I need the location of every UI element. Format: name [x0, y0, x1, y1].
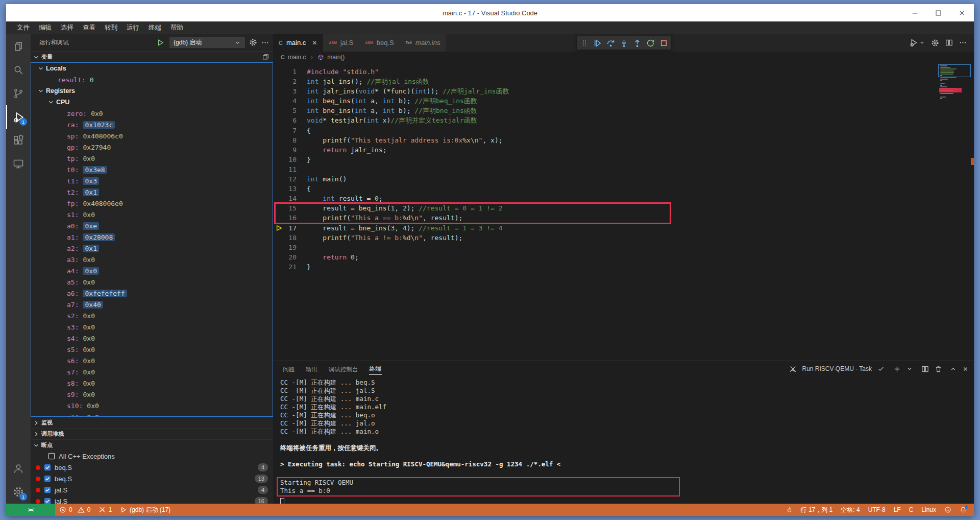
- register-row-sp[interactable]: sp:0x408006c0: [31, 130, 273, 141]
- close-panel-icon[interactable]: [962, 366, 969, 372]
- menu-item-2[interactable]: 选择: [56, 22, 78, 33]
- code-editor[interactable]: 1#include "stdio.h"2int jal_ins(); //声明j…: [273, 63, 974, 361]
- terminal[interactable]: CC -[M] 正在构建 ... beq.SCC -[M] 正在构建 ... j…: [273, 376, 974, 504]
- checkbox-checked-icon[interactable]: [44, 475, 51, 482]
- activity-explorer-icon[interactable]: [6, 35, 31, 58]
- debug-session-status[interactable]: (gdb) 启动 (17): [116, 506, 175, 514]
- panel-tab-输出[interactable]: 输出: [305, 363, 318, 375]
- register-row-s7[interactable]: s7:0x0: [31, 366, 273, 377]
- register-row-a0[interactable]: a0:0xe: [31, 220, 273, 231]
- code-line-8[interactable]: 8 printf("This testjalr address is:0x%x\…: [273, 135, 940, 145]
- code-line-21[interactable]: 21}: [273, 262, 940, 272]
- breadcrumb[interactable]: C main.c main(): [273, 52, 974, 63]
- register-row-s3[interactable]: s3:0x0: [31, 321, 273, 333]
- register-row-tp[interactable]: tp:0x0: [31, 153, 273, 164]
- run-or-debug-icon[interactable]: [910, 38, 925, 47]
- tab-jal.S[interactable]: ASMjal.S: [323, 34, 359, 52]
- register-row-s4[interactable]: s4:0x0: [31, 333, 273, 344]
- section-breakpoints[interactable]: 断点: [31, 439, 273, 451]
- maximize-panel-icon[interactable]: [950, 366, 957, 372]
- activity-search-icon[interactable]: [6, 58, 31, 82]
- restart-icon[interactable]: [645, 37, 656, 49]
- register-row-a1[interactable]: a1:0x28008: [31, 231, 273, 243]
- task-label[interactable]: Run RISCV-QEMU - Task: [802, 365, 872, 372]
- menu-item-6[interactable]: 终端: [144, 22, 166, 33]
- maximize-button[interactable]: [934, 9, 942, 17]
- step-out-icon[interactable]: [631, 37, 643, 49]
- flame-icon[interactable]: [786, 507, 793, 513]
- breakpoint-row-3[interactable]: jal.S16: [31, 495, 273, 504]
- register-row-a6[interactable]: a6:0xfefefeff: [31, 288, 273, 299]
- register-row-s5[interactable]: s5:0x0: [31, 344, 273, 355]
- step-over-icon[interactable]: [605, 37, 617, 49]
- minimap[interactable]: [940, 65, 970, 100]
- split-editor-icon[interactable]: [945, 39, 953, 46]
- panel-tab-终端[interactable]: 终端: [369, 363, 382, 375]
- activity-account-icon[interactable]: [6, 457, 31, 480]
- activity-settings-icon[interactable]: 1: [6, 480, 31, 504]
- language-indicator[interactable]: C: [909, 506, 914, 513]
- kill-terminal-icon[interactable]: [935, 365, 942, 373]
- menu-item-7[interactable]: 帮助: [166, 22, 188, 33]
- notifications-bell-icon[interactable]: [960, 506, 967, 513]
- code-line-17[interactable]: 17 result = bne_ins(3, 4); //result = 1 …: [273, 223, 940, 233]
- menu-item-4[interactable]: 转到: [100, 22, 122, 33]
- menu-item-3[interactable]: 查看: [78, 22, 100, 33]
- register-row-a4[interactable]: a4:0x0: [31, 265, 273, 276]
- code-line-6[interactable]: 6void* testjalr(int x)//声明并定义testjalr函数: [273, 115, 940, 125]
- tab-beq.S[interactable]: ASMbeq.S: [359, 34, 400, 52]
- new-terminal-icon[interactable]: [893, 365, 901, 373]
- code-line-2[interactable]: 2int jal_ins(); //声明jal_ins函数: [273, 77, 940, 86]
- breakpoint-exceptions-row[interactable]: All C++ Exceptions: [31, 451, 273, 462]
- code-line-4[interactable]: 4int beq_ins(int a, int b); //声明beq_ins函…: [273, 96, 940, 106]
- register-row-s11[interactable]: s11:0x0: [31, 411, 273, 417]
- breadcrumb-file[interactable]: main.c: [288, 54, 306, 61]
- more-actions-icon[interactable]: [261, 39, 269, 46]
- os-indicator[interactable]: Linux: [921, 506, 936, 513]
- register-row-fp[interactable]: fp:0x408006e0: [31, 198, 273, 209]
- activity-extensions-icon[interactable]: [6, 129, 31, 152]
- checkbox-checked-icon[interactable]: [44, 464, 51, 471]
- tree-locals[interactable]: Locals: [31, 63, 273, 74]
- register-row-a5[interactable]: a5:0x0: [31, 276, 273, 288]
- encoding-indicator[interactable]: UTF-8: [868, 506, 886, 513]
- breakpoint-row-0[interactable]: beq.S4: [31, 462, 273, 473]
- tab-main.ins[interactable]: TeXmain.ins: [400, 34, 447, 52]
- register-row-ra[interactable]: ra:0x1023c: [31, 119, 273, 130]
- stop-icon[interactable]: [658, 37, 670, 49]
- code-line-18[interactable]: 18 printf("This a != b:%d\n", result);: [273, 233, 940, 243]
- menu-item-5[interactable]: 运行: [122, 22, 144, 33]
- tab-main.c[interactable]: Cmain.c✕: [273, 34, 323, 52]
- register-row-s10[interactable]: s10:0x0: [31, 400, 273, 411]
- code-line-7[interactable]: 7{: [273, 126, 940, 135]
- register-row-gp[interactable]: gp:0x27940: [31, 141, 273, 153]
- tree-registers[interactable]: Registers: [31, 85, 273, 97]
- code-line-12[interactable]: 12int main(): [273, 174, 940, 184]
- register-row-t1[interactable]: t1:0x3: [31, 175, 273, 186]
- close-button[interactable]: [958, 9, 966, 17]
- register-row-s1[interactable]: s1:0x0: [31, 209, 273, 220]
- code-line-3[interactable]: 3int jalr_ins(void* (*func)(int)); //声明j…: [273, 86, 940, 96]
- code-line-1[interactable]: 1#include "stdio.h": [273, 67, 940, 77]
- register-row-s2[interactable]: s2:0x0: [31, 310, 273, 321]
- debug-config-dropdown[interactable]: (gdb) 启动: [169, 37, 245, 48]
- checkbox-checked-icon[interactable]: [44, 486, 51, 493]
- split-terminal-icon[interactable]: [921, 365, 929, 373]
- breadcrumb-symbol[interactable]: main(): [327, 54, 345, 61]
- code-line-5[interactable]: 5int bne_ins(int a, int b); //声明bne_ins函…: [273, 106, 940, 115]
- panel-layout-icon[interactable]: [262, 54, 269, 60]
- code-line-19[interactable]: 19: [273, 243, 940, 252]
- register-row-s6[interactable]: s6:0x0: [31, 355, 273, 366]
- gear-icon[interactable]: [249, 38, 257, 46]
- menu-item-1[interactable]: 编辑: [34, 22, 56, 33]
- eol-indicator[interactable]: LF: [894, 506, 901, 513]
- section-watch[interactable]: 监视: [31, 417, 273, 428]
- register-row-s8[interactable]: s8:0x0: [31, 377, 273, 389]
- local-row-result[interactable]: result:0: [31, 74, 273, 85]
- tools-count-indicator[interactable]: 1: [94, 506, 116, 513]
- register-row-a3[interactable]: a3:0x0: [31, 254, 273, 265]
- feedback-icon[interactable]: [944, 506, 951, 513]
- register-row-t0[interactable]: t0:0x3e8: [31, 164, 273, 175]
- breakpoint-row-1[interactable]: beq.S13: [31, 473, 273, 484]
- code-line-13[interactable]: 13{: [273, 184, 940, 194]
